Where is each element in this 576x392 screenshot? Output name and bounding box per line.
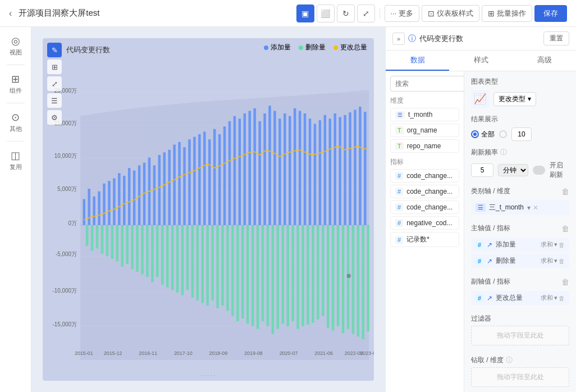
- svg-rect-45: [228, 121, 231, 225]
- svg-rect-88: [161, 225, 163, 285]
- metric-add-type[interactable]: 求和 ▾ 🗑: [541, 240, 565, 249]
- metric-code-change-2[interactable]: # code_change...: [390, 185, 459, 198]
- sidebar-item-other[interactable]: ⊙ 其他: [3, 108, 28, 136]
- refresh-section: 刷新频率 ⓘ 分钟 开启刷新: [471, 148, 569, 180]
- secondary-axis-del[interactable]: 🗑: [561, 277, 569, 286]
- refresh-icon-btn[interactable]: ↻: [337, 4, 355, 22]
- svg-rect-57: [289, 116, 291, 225]
- dim-org-name[interactable]: T org_name: [390, 124, 459, 137]
- chart-tool-list[interactable]: ☰: [47, 93, 62, 108]
- metric-total-del[interactable]: 🗑: [559, 295, 565, 302]
- batch-ops-btn[interactable]: ⊞ 批量操作: [482, 5, 532, 22]
- axis-tag-dropdown[interactable]: ▾: [527, 204, 531, 212]
- filter-drop-zone[interactable]: 拖动字段至此处: [471, 326, 569, 345]
- chart-tool-edit[interactable]: ✎: [47, 43, 62, 57]
- view-icon: ◎: [11, 35, 20, 47]
- svg-rect-58: [294, 108, 296, 225]
- topbar: ‹ 开源项目洞察大屏test ▣ ⬜ ↻ ⤢ ··· 更多 ⊡ 仪表板样式 ⊞ …: [0, 0, 576, 27]
- svg-rect-114: [291, 225, 294, 321]
- svg-text:-10,000万: -10,000万: [53, 288, 77, 294]
- metric-code-change-1[interactable]: # code_change...: [390, 169, 459, 183]
- dashboard-style-btn[interactable]: ⊡ 仪表板样式: [422, 5, 479, 22]
- back-button[interactable]: ‹: [9, 8, 12, 19]
- svg-rect-112: [282, 225, 284, 324]
- sidebar-item-reuse[interactable]: ◫ 复用: [3, 146, 28, 175]
- metric-del-type[interactable]: 求和 ▾ 🗑: [541, 257, 565, 265]
- toolbar-icons: ▣ ⬜ ↻ ⤢ ··· 更多 ⊡ 仪表板样式 ⊞ 批量操作 保存: [296, 4, 567, 22]
- svg-rect-53: [268, 106, 271, 225]
- secondary-axis-section: 副轴值 / 指标 🗑 # ↗ 更改总量 求和 ▾ 🗑: [471, 277, 569, 307]
- tab-advanced[interactable]: 高级: [513, 51, 576, 71]
- svg-rect-73: [86, 225, 88, 246]
- more-btn[interactable]: ··· 更多: [385, 5, 419, 22]
- category-axis-section: 类别轴 / 维度 🗑 ☰ 三_t_month ▾ ✕: [471, 186, 569, 217]
- dim-t-month[interactable]: ☰ t_month: [390, 108, 459, 121]
- drill-drop-zone[interactable]: 拖动字段至此处: [471, 367, 569, 387]
- chart-tool-expand[interactable]: ⤢: [47, 76, 62, 91]
- svg-rect-99: [216, 225, 218, 308]
- svg-rect-101: [226, 225, 228, 311]
- tab-style[interactable]: 样式: [449, 51, 513, 71]
- metric-record-count[interactable]: # 记录数*: [390, 232, 459, 247]
- chart-tool-grid[interactable]: ⊞: [47, 60, 62, 74]
- svg-text:2015-12: 2015-12: [104, 350, 122, 356]
- svg-rect-16: [83, 199, 85, 225]
- svg-rect-83: [136, 225, 138, 272]
- svg-rect-21: [108, 181, 110, 225]
- category-axis-del[interactable]: 🗑: [561, 187, 569, 196]
- axis-tag-remove[interactable]: ✕: [533, 204, 538, 212]
- chart-type-row: 📈 更改类型 ▾: [471, 90, 569, 108]
- minute-select[interactable]: 分钟: [498, 164, 528, 176]
- dim-repo-name[interactable]: T repo_name: [390, 139, 459, 153]
- metric-del-tag: # ↗ 删除量 求和 ▾ 🗑: [471, 254, 569, 268]
- toolbar-divider: [380, 8, 380, 19]
- svg-rect-55: [278, 118, 281, 225]
- metric-negative-code[interactable]: # negative_cod...: [390, 216, 459, 230]
- svg-rect-102: [231, 225, 234, 316]
- svg-rect-84: [141, 225, 143, 275]
- radio-all[interactable]: 全部: [471, 130, 495, 139]
- sidebar-item-view[interactable]: ◎ 视图: [3, 31, 28, 60]
- svg-rect-36: [183, 147, 185, 225]
- canvas-area[interactable]: ✎ ⊞ ⤢ ☰ ⚙ 代码变更行数 添加量 删除量: [31, 27, 385, 392]
- svg-rect-106: [252, 225, 254, 326]
- svg-rect-95: [196, 225, 199, 300]
- save-button[interactable]: 保存: [534, 5, 567, 22]
- refresh-info-icon: ⓘ: [500, 148, 507, 157]
- sidebar-item-label: 复用: [10, 163, 22, 171]
- reuse-icon: ◫: [11, 149, 20, 162]
- result-num-input[interactable]: [511, 127, 532, 141]
- refresh-num-input[interactable]: [471, 163, 493, 177]
- secondary-axis-header: 副轴值 / 指标 🗑: [471, 277, 569, 286]
- reset-button[interactable]: 重置: [543, 31, 569, 45]
- svg-rect-17: [88, 189, 90, 225]
- metric-del-del[interactable]: 🗑: [559, 258, 565, 265]
- refresh-toggle[interactable]: [533, 166, 545, 175]
- svg-rect-30: [153, 165, 156, 225]
- primary-axis-del[interactable]: 🗑: [561, 224, 569, 233]
- metric-add-del[interactable]: 🗑: [559, 241, 565, 248]
- change-type-btn[interactable]: 更改类型 ▾: [493, 92, 536, 106]
- expand-icon-btn[interactable]: ⤢: [357, 4, 375, 22]
- sidebar-item-component[interactable]: ⊞ 组件: [3, 70, 28, 98]
- svg-rect-64: [324, 115, 326, 225]
- metric-code-change-3[interactable]: # code_change...: [390, 200, 459, 214]
- primary-axis-section: 主轴值 / 指标 🗑 # ↗ 添加量 求和 ▾ 🗑: [471, 224, 569, 270]
- svg-rect-46: [234, 116, 236, 225]
- metric-total-type[interactable]: 求和 ▾ 🗑: [541, 294, 565, 302]
- svg-rect-71: [359, 107, 361, 225]
- svg-rect-51: [258, 121, 260, 225]
- svg-text:2019-08: 2019-08: [244, 350, 263, 356]
- primary-axis-header: 主轴值 / 指标 🗑: [471, 224, 569, 233]
- search-input[interactable]: [390, 76, 464, 92]
- radio-num[interactable]: [499, 130, 507, 138]
- drill-section: 钻取 / 维度 ⓘ 拖动字段至此处: [471, 355, 569, 390]
- collapse-button[interactable]: »: [392, 33, 405, 45]
- svg-text:10,000万: 10,000万: [54, 153, 77, 159]
- svg-text:2021-06: 2021-06: [314, 350, 333, 356]
- monitor-icon-btn[interactable]: ▣: [296, 4, 314, 22]
- tablet-icon-btn[interactable]: ⬜: [317, 4, 335, 22]
- svg-rect-65: [329, 118, 331, 225]
- tab-data[interactable]: 数据: [386, 51, 449, 71]
- chart-tool-settings[interactable]: ⚙: [47, 110, 62, 125]
